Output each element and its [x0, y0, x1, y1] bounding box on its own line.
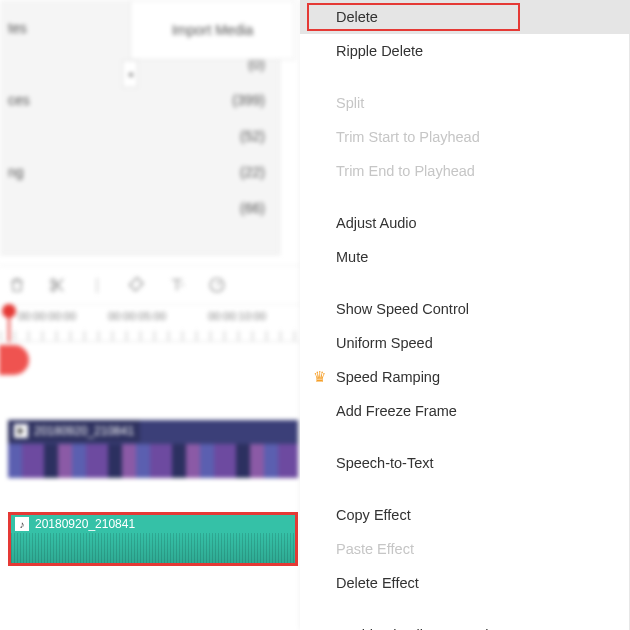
crown-icon: ♛ — [310, 368, 328, 386]
ctx-timeline-snapping[interactable]: ✓ Enable Timeline Snapping — [300, 618, 630, 630]
audio-clip-label: ♪ 20180920_210841 — [15, 517, 135, 531]
ruler-tick: 00:00:10:00 — [208, 310, 266, 322]
ctx-split: Split — [300, 86, 630, 120]
ctx-delete-effect[interactable]: Delete Effect — [300, 566, 630, 600]
collapse-panel-icon[interactable]: ◂ — [122, 60, 138, 88]
import-media-button[interactable]: Import Media — [130, 0, 295, 60]
speed-icon[interactable] — [206, 274, 228, 296]
audio-waveform — [11, 533, 295, 563]
playhead-knob[interactable] — [2, 304, 16, 318]
timeline-ruler[interactable]: 00:00:00:00 00:00:05:00 00:00:10:00 — [0, 308, 300, 342]
ruler-tick: 00:00:05:00 — [108, 310, 166, 322]
ruler-marks — [0, 331, 300, 341]
check-icon: ✓ — [310, 626, 328, 630]
ctx-uniform-speed[interactable]: Uniform Speed — [300, 326, 630, 360]
ctx-copy-effect[interactable]: Copy Effect — [300, 498, 630, 532]
timeline-toolbar: | — [0, 265, 300, 305]
text-icon[interactable] — [166, 274, 188, 296]
ctx-speed-ramping[interactable]: ♛ Speed Ramping — [300, 360, 630, 394]
toolbar-separator: | — [86, 274, 108, 296]
ctx-trim-start: Trim Start to Playhead — [300, 120, 630, 154]
ctx-delete[interactable]: Delete — [300, 0, 630, 34]
video-clip[interactable]: 20180920_210841 — [8, 420, 298, 478]
ctx-paste-effect: Paste Effect — [300, 532, 630, 566]
category-row[interactable]: ces(399) — [0, 82, 279, 118]
ctx-mute[interactable]: Mute — [300, 240, 630, 274]
tag-icon[interactable] — [126, 274, 148, 296]
ruler-tick: 00:00:00:00 — [18, 310, 76, 322]
ctx-ripple-delete[interactable]: Ripple Delete — [300, 34, 630, 68]
play-icon — [14, 424, 28, 438]
context-menu: Delete Ripple Delete Split Trim Start to… — [300, 0, 630, 630]
category-row[interactable]: (52) — [0, 118, 279, 154]
ctx-show-speed[interactable]: Show Speed Control — [300, 292, 630, 326]
ctx-adjust-audio[interactable]: Adjust Audio — [300, 206, 630, 240]
ctx-speech-to-text[interactable]: Speech-to-Text — [300, 446, 630, 480]
category-row[interactable]: ng(22) — [0, 154, 279, 190]
playhead-marker-icon[interactable] — [0, 345, 29, 375]
ctx-trim-end: Trim End to Playhead — [300, 154, 630, 188]
video-thumbnail-strip — [8, 444, 298, 478]
video-clip-label: 20180920_210841 — [8, 420, 140, 442]
trash-icon[interactable] — [6, 274, 28, 296]
music-note-icon: ♪ — [15, 517, 29, 531]
audio-clip-selected[interactable]: ♪ 20180920_210841 — [8, 512, 298, 566]
ctx-freeze-frame[interactable]: Add Freeze Frame — [300, 394, 630, 428]
category-row[interactable]: (66) — [0, 190, 279, 226]
scissors-icon[interactable] — [46, 274, 68, 296]
